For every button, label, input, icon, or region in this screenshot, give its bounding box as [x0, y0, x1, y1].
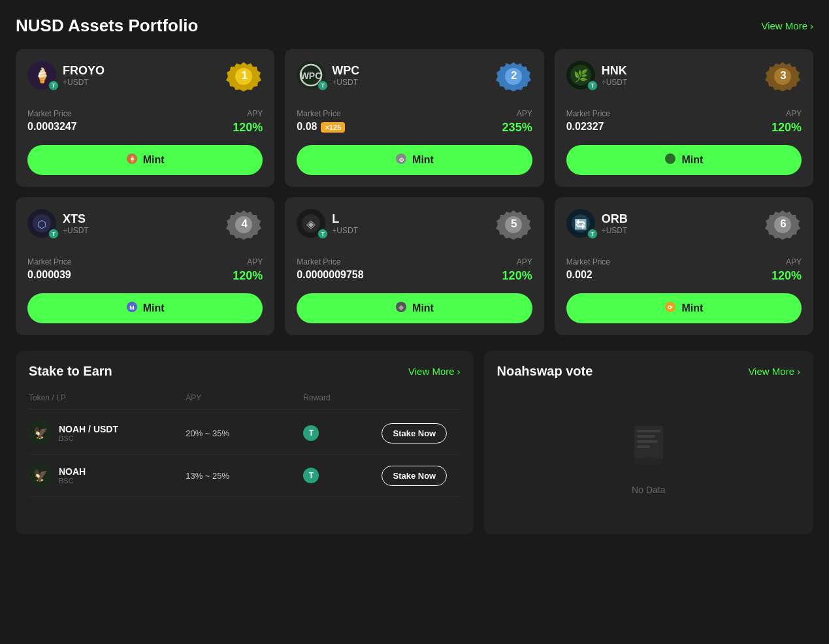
stake-reward-1: T	[303, 468, 382, 483]
card-stats-wpc: Market Price 0.08×125 APY 235%	[297, 109, 532, 135]
stake-action-0[interactable]: Stake Now	[382, 423, 460, 443]
rank-badge-wpc: 2	[496, 61, 532, 91]
svg-text:🍦: 🍦	[128, 155, 136, 163]
market-price-section-hnk: Market Price 0.02327	[566, 109, 610, 135]
token-avatar-wpc: WPC T	[297, 61, 325, 89]
usdt-badge-orb: T	[587, 229, 598, 239]
stake-rows: 🦅 NOAH / USDT BSC 20% ~ 35% T Stake Now …	[29, 412, 461, 497]
apy-value-l: 120%	[502, 269, 532, 283]
mint-button-wpc[interactable]: ◎ Mint	[297, 145, 532, 175]
vote-chevron-icon: ›	[797, 366, 800, 377]
apy-section-l: APY 120%	[502, 257, 532, 283]
market-price-value-wpc: 0.08×125	[297, 121, 345, 133]
asset-card-xts: ⬡ T XTS +USDT 4 Market Price 0.000039	[16, 197, 274, 335]
market-price-label-froyo: Market Price	[27, 109, 77, 118]
col-apy: APY	[186, 393, 303, 402]
apy-label-wpc: APY	[502, 109, 532, 118]
market-price-label-hnk: Market Price	[566, 109, 610, 118]
vote-view-more[interactable]: View More ›	[748, 366, 800, 377]
mint-label-l: Mint	[412, 302, 434, 314]
mint-icon-hnk	[664, 153, 676, 167]
card-header-wpc: WPC T WPC +USDT 2	[297, 61, 532, 91]
view-more-link[interactable]: View More ›	[761, 20, 813, 31]
svg-text:⟳: ⟳	[668, 304, 673, 311]
multiplier-badge: ×125	[321, 122, 345, 133]
card-stats-xts: Market Price 0.000039 APY 120%	[27, 257, 263, 283]
mint-icon-wpc: ◎	[395, 153, 407, 167]
vote-title: Noahswap vote	[497, 364, 593, 379]
col-reward: Reward	[303, 393, 382, 402]
token-info-hnk: 🌿 T HNK +USDT	[566, 61, 628, 89]
stake-now-button-1[interactable]: Stake Now	[382, 466, 447, 486]
stake-token-info-1: 🦅 NOAH BSC	[29, 464, 186, 487]
stake-apy-0: 20% ~ 35%	[186, 428, 303, 438]
market-price-value-l: 0.0000009758	[297, 269, 363, 281]
no-data-text: No Data	[632, 485, 665, 495]
mint-button-hnk[interactable]: Mint	[566, 145, 802, 175]
stake-now-button-0[interactable]: Stake Now	[382, 423, 447, 443]
apy-label-orb: APY	[772, 257, 802, 266]
stake-token-chain-1: BSC	[59, 477, 86, 485]
token-info-l: ◈ T L +USDT	[297, 209, 358, 238]
market-price-value-hnk: 0.02327	[566, 121, 610, 133]
market-price-label-wpc: Market Price	[297, 109, 345, 118]
token-avatar-xts: ⬡ T	[27, 209, 56, 238]
mint-icon-orb: ⟳	[664, 301, 676, 315]
page-header: NUSD Assets Portfolio View More ›	[16, 16, 813, 36]
mint-button-orb[interactable]: ⟳ Mint	[566, 293, 802, 323]
token-name-orb: ORB	[602, 212, 628, 226]
apy-value-xts: 120%	[233, 269, 263, 283]
vote-view-more-label: View More	[748, 366, 794, 377]
rank-number-froyo: 1	[242, 69, 248, 82]
col-token-lp: Token / LP	[29, 393, 186, 402]
mint-icon-l: ◈	[395, 301, 407, 315]
stake-reward-0: T	[303, 425, 382, 441]
market-price-value-xts: 0.000039	[27, 269, 71, 281]
mint-button-xts[interactable]: M Mint	[27, 293, 263, 323]
market-price-section-xts: Market Price 0.000039	[27, 257, 71, 283]
stake-token-info-0: 🦅 NOAH / USDT BSC	[29, 421, 186, 445]
token-text-orb: ORB +USDT	[602, 212, 628, 235]
card-header-xts: ⬡ T XTS +USDT 4	[27, 209, 263, 239]
market-price-section-l: Market Price 0.0000009758	[297, 257, 363, 283]
apy-label-l: APY	[502, 257, 532, 266]
stake-action-1[interactable]: Stake Now	[382, 466, 460, 486]
rank-badge-orb: 6	[765, 209, 802, 239]
no-data-container: No Data	[497, 389, 800, 521]
stake-token-text-1: NOAH BSC	[59, 466, 86, 485]
token-pair-orb: +USDT	[602, 226, 628, 235]
token-info-wpc: WPC T WPC +USDT	[297, 61, 359, 89]
stake-view-more[interactable]: View More ›	[408, 366, 461, 377]
svg-text:◈: ◈	[306, 217, 316, 231]
asset-card-orb: 🔄 T ORB +USDT 6 Market Price 0.002 A	[555, 197, 813, 335]
apy-label-froyo: APY	[233, 109, 263, 118]
market-price-label-xts: Market Price	[27, 257, 71, 266]
token-name-xts: XTS	[63, 212, 89, 226]
stake-token-name-1: NOAH	[59, 466, 86, 477]
stake-title: Stake to Earn	[29, 364, 112, 379]
apy-value-wpc: 235%	[502, 121, 532, 135]
rank-number-l: 5	[511, 217, 517, 231]
svg-point-18	[665, 153, 675, 164]
usdt-badge-l: T	[317, 229, 328, 239]
stake-header: Stake to Earn View More ›	[29, 364, 461, 379]
apy-section-orb: APY 120%	[772, 257, 802, 283]
stake-avatar-0: 🦅	[29, 421, 52, 445]
apy-section-hnk: APY 120%	[772, 109, 802, 135]
assets-grid: 🍦 T FROYO +USDT 1 Market Price 0.0003247	[16, 49, 813, 335]
svg-text:◎: ◎	[399, 157, 404, 163]
rank-number-xts: 4	[242, 217, 248, 231]
card-header-l: ◈ T L +USDT 5	[297, 209, 532, 239]
asset-card-l: ◈ T L +USDT 5 Market Price 0.0000009758	[285, 197, 544, 335]
apy-section-wpc: APY 235%	[502, 109, 532, 135]
svg-text:⬡: ⬡	[37, 219, 46, 230]
token-name-l: L	[332, 212, 358, 226]
token-text-wpc: WPC +USDT	[332, 64, 359, 87]
mint-button-froyo[interactable]: 🍦 Mint	[27, 145, 263, 175]
mint-button-l[interactable]: ◈ Mint	[297, 293, 532, 323]
card-header-froyo: 🍦 T FROYO +USDT 1	[27, 61, 263, 91]
token-avatar-l: ◈ T	[297, 209, 325, 238]
svg-text:🦅: 🦅	[33, 426, 48, 440]
token-pair-froyo: +USDT	[63, 78, 105, 87]
mint-label-hnk: Mint	[681, 154, 703, 166]
